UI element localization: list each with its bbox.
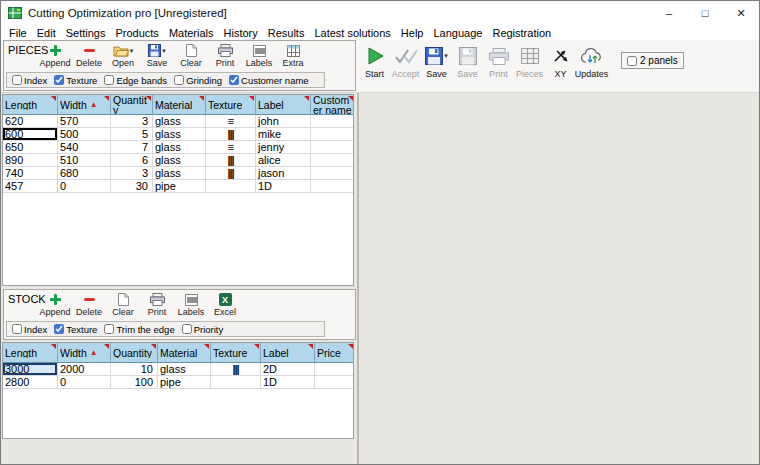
cell[interactable]: 3 [111,167,153,180]
vertical-texture-icon[interactable]: ||| [211,363,261,376]
horizontal-texture-icon[interactable]: ≡ [206,115,256,128]
cell[interactable]: glass [153,128,206,141]
column-header-width[interactable]: Width▲ [58,95,111,115]
pieces-clear-button[interactable]: Clear [174,41,208,72]
pieces-checkbox-index[interactable]: Index [12,75,47,86]
updates-button[interactable]: Updates [576,42,607,90]
menu-registration[interactable]: Registration [487,27,556,39]
table-row[interactable]: 457030pipe1D [3,180,353,193]
pieces-view-button[interactable]: Pieces [514,42,545,90]
column-header-length[interactable]: Length [3,95,58,115]
checkbox-input[interactable] [12,324,22,334]
cell[interactable]: 0 [58,180,111,193]
checkbox-input[interactable] [174,75,184,85]
checkbox-input[interactable] [12,75,22,85]
table-row[interactable]: 8905106glass|||alice [3,154,353,167]
stock-checkbox-priority[interactable]: Priority [182,324,224,335]
cell[interactable]: 570 [58,115,111,128]
menu-latest-solutions[interactable]: Latest solutions [309,27,395,39]
accept-button[interactable]: Accept [390,42,421,90]
stock-print-button[interactable]: Print [140,290,174,321]
maximize-button[interactable]: □ [687,1,723,25]
cell[interactable]: mike [256,128,311,141]
stock-checkbox-index[interactable]: Index [12,324,47,335]
cell[interactable]: 2800 [3,376,58,389]
xy-button[interactable]: XY [545,42,576,90]
menu-help[interactable]: Help [396,27,429,39]
column-header-quantity[interactable]: Quantity [111,343,158,363]
cell[interactable] [206,180,256,193]
cell[interactable]: glass [153,115,206,128]
checkbox-input[interactable] [54,324,64,334]
cell[interactable]: pipe [158,376,211,389]
cell[interactable]: 457 [3,180,58,193]
menu-file[interactable]: File [4,27,32,39]
cell[interactable]: jenny [256,141,311,154]
column-header-price[interactable]: Price [315,343,354,363]
column-header-label[interactable]: Label [256,95,311,115]
cell[interactable]: glass [153,167,206,180]
cell[interactable] [311,141,354,154]
cell[interactable]: 3 [111,115,153,128]
menu-materials[interactable]: Materials [164,27,219,39]
pieces-save-button[interactable]: ▾ Save [140,41,174,72]
pieces-open-button[interactable]: ▾ Open [106,41,140,72]
cell[interactable]: glass [158,363,211,376]
stock-checkbox-texture[interactable]: Texture [54,324,97,335]
pieces-labels-button[interactable]: Labels [242,41,276,72]
cell[interactable]: 2000 [58,363,111,376]
cell[interactable]: 10 [111,363,158,376]
cell[interactable]: 30 [111,180,153,193]
horizontal-texture-icon[interactable]: ≡ [206,141,256,154]
table-row[interactable]: 6505407glass≡jenny [3,141,353,154]
vertical-texture-icon[interactable]: ||| [206,167,256,180]
start-button[interactable]: Start [359,42,390,90]
menu-edit[interactable]: Edit [32,27,61,39]
vertical-texture-icon[interactable]: ||| [206,154,256,167]
cell[interactable]: glass [153,141,206,154]
close-button[interactable]: ✕ [723,1,759,25]
checkbox-input[interactable] [104,75,114,85]
cell[interactable]: 510 [58,154,111,167]
column-header-texture[interactable]: Texture [206,95,256,115]
cell[interactable]: john [256,115,311,128]
menu-results[interactable]: Results [263,27,310,39]
menu-history[interactable]: History [219,27,263,39]
cell[interactable]: alice [256,154,311,167]
save-solution-button[interactable]: ▾ Save [421,42,452,90]
cell[interactable]: 6 [111,154,153,167]
pieces-extra-button[interactable]: Extra [276,41,310,72]
column-header-texture[interactable]: Texture [211,343,261,363]
cell[interactable]: 740 [3,167,58,180]
stock-checkbox-trim-the-edge[interactable]: Trim the edge [104,324,174,335]
menu-language[interactable]: Language [428,27,487,39]
column-header-customer-name[interactable]: Customer name [311,95,354,115]
cell[interactable]: 2D [261,363,315,376]
cell[interactable] [311,154,354,167]
cell[interactable]: 680 [58,167,111,180]
checkbox-input[interactable] [54,75,64,85]
cell[interactable]: 0 [58,376,111,389]
table-row[interactable]: 3000200010glass|||2D [3,363,353,376]
stock-append-button[interactable]: Append [38,290,72,321]
pieces-checkbox-customer-name[interactable]: Customer name [229,75,309,86]
cell[interactable] [315,376,354,389]
cell[interactable]: 650 [3,141,58,154]
cell[interactable]: 890 [3,154,58,167]
pieces-checkbox-texture[interactable]: Texture [54,75,97,86]
column-header-material[interactable]: Material [153,95,206,115]
cell[interactable] [311,180,354,193]
cell[interactable]: pipe [153,180,206,193]
checkbox-input[interactable] [182,324,192,334]
table-row[interactable]: 6205703glass≡john [3,115,353,128]
cell[interactable]: 5 [111,128,153,141]
table-row[interactable]: 28000100pipe1D [3,376,353,389]
checkbox-input[interactable] [229,75,239,85]
stock-labels-button[interactable]: Labels [174,290,208,321]
two-panels-checkbox[interactable]: 2 panels [621,52,684,69]
cell[interactable] [311,115,354,128]
cell[interactable]: 500 [58,128,111,141]
pieces-print-button[interactable]: Print [208,41,242,72]
cell[interactable]: 620 [3,115,58,128]
cell[interactable] [211,376,261,389]
